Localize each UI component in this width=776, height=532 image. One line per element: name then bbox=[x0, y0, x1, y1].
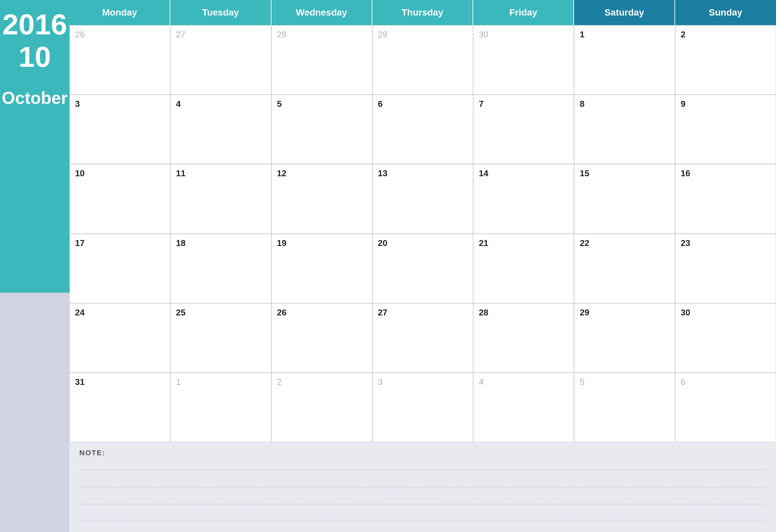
cell-w3-thu: 13 bbox=[372, 164, 473, 233]
cell-w6-sun: 6 bbox=[675, 373, 776, 442]
cell-w5-thu: 27 bbox=[372, 303, 473, 373]
cell-w5-sat: 29 bbox=[574, 303, 675, 373]
cell-w2-sat: 8 bbox=[574, 95, 675, 164]
cell-w3-sun: 16 bbox=[675, 164, 776, 233]
header-friday: Friday bbox=[473, 0, 574, 25]
cell-w4-sat: 22 bbox=[574, 234, 675, 303]
header-thursday: Thursday bbox=[372, 0, 473, 25]
cell-w2-mon: 3 bbox=[69, 95, 170, 164]
cell-w1-mon: 26 bbox=[69, 25, 170, 95]
cell-w1-tue: 27 bbox=[170, 25, 271, 95]
notes-line-2 bbox=[79, 477, 766, 487]
cell-w6-sat: 5 bbox=[574, 373, 675, 442]
cell-w5-tue: 25 bbox=[170, 303, 271, 373]
cell-w4-thu: 20 bbox=[372, 234, 473, 303]
header-saturday: Saturday bbox=[574, 0, 675, 25]
notes-line-4 bbox=[79, 512, 766, 521]
cell-w3-wed: 12 bbox=[271, 164, 372, 233]
header-sunday: Sunday bbox=[675, 0, 776, 25]
calendar-container: 2016 10 October Monday Tuesday Wednesday… bbox=[0, 0, 776, 532]
cell-w1-wed: 28 bbox=[271, 25, 372, 95]
cell-w2-wed: 5 bbox=[271, 95, 372, 164]
year-label: 2016 bbox=[2, 10, 67, 39]
cell-w4-tue: 18 bbox=[170, 234, 271, 303]
cell-w4-mon: 17 bbox=[69, 234, 170, 303]
notes-area: NOTE: bbox=[69, 442, 776, 532]
calendar-grid: 26 27 28 29 30 1 2 3 4 5 6 7 8 9 10 11 1… bbox=[69, 25, 776, 442]
cell-w1-fri: 30 bbox=[473, 25, 574, 95]
month-number-label: 10 bbox=[18, 42, 51, 71]
cell-w6-thu: 3 bbox=[372, 373, 473, 442]
cell-w6-mon: 31 bbox=[69, 373, 170, 442]
sidebar: 2016 10 October bbox=[0, 0, 69, 532]
cell-w5-wed: 26 bbox=[271, 303, 372, 373]
cell-w4-wed: 19 bbox=[271, 234, 372, 303]
header-wednesday: Wednesday bbox=[271, 0, 372, 25]
cell-w3-tue: 11 bbox=[170, 164, 271, 233]
cell-w2-thu: 6 bbox=[372, 95, 473, 164]
cell-w6-tue: 1 bbox=[170, 373, 271, 442]
cell-w3-mon: 10 bbox=[69, 164, 170, 233]
cell-w3-fri: 14 bbox=[473, 164, 574, 233]
cell-w2-fri: 7 bbox=[473, 95, 574, 164]
header-monday: Monday bbox=[69, 0, 170, 25]
cell-w1-sun: 2 bbox=[675, 25, 776, 95]
cell-w4-fri: 21 bbox=[473, 234, 574, 303]
cell-w3-sat: 15 bbox=[574, 164, 675, 233]
cell-w1-sat: 1 bbox=[574, 25, 675, 95]
header-tuesday: Tuesday bbox=[170, 0, 271, 25]
cell-w5-mon: 24 bbox=[69, 303, 170, 373]
cell-w5-fri: 28 bbox=[473, 303, 574, 373]
notes-label: NOTE: bbox=[79, 449, 766, 457]
cell-w6-fri: 4 bbox=[473, 373, 574, 442]
days-header: Monday Tuesday Wednesday Thursday Friday… bbox=[69, 0, 776, 25]
notes-line-1 bbox=[79, 460, 766, 470]
cell-w6-wed: 2 bbox=[271, 373, 372, 442]
cell-w2-sun: 9 bbox=[675, 95, 776, 164]
main-area: Monday Tuesday Wednesday Thursday Friday… bbox=[69, 0, 776, 532]
month-name-label: October bbox=[2, 88, 67, 108]
cell-w2-tue: 4 bbox=[170, 95, 271, 164]
notes-line-3 bbox=[79, 494, 766, 504]
cell-w1-thu: 29 bbox=[372, 25, 473, 95]
cell-w4-sun: 23 bbox=[675, 234, 776, 303]
cell-w5-sun: 30 bbox=[675, 303, 776, 373]
